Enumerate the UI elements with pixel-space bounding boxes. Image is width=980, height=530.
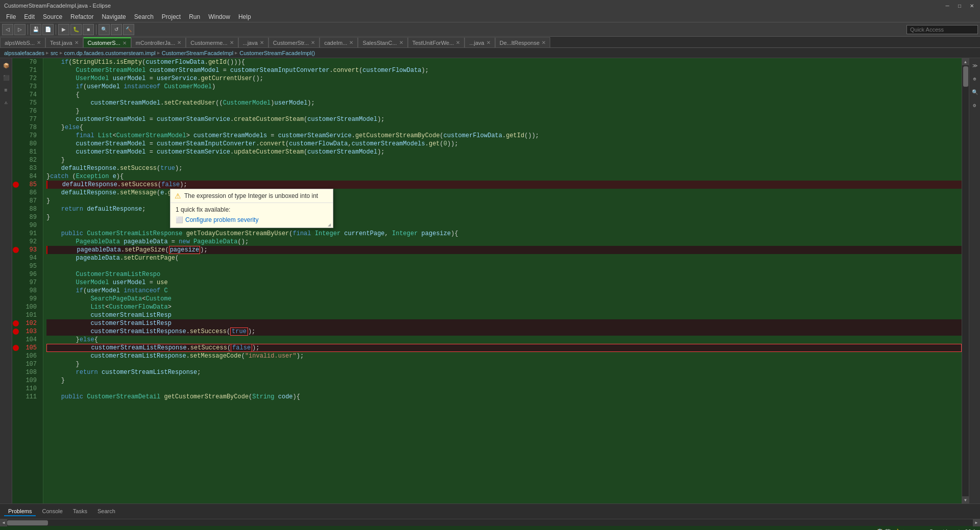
breadcrumb-part-1[interactable]: src (51, 50, 58, 56)
toolbar-back[interactable]: ◁ (2, 24, 13, 35)
right-sidebar-icon-3[interactable]: 🔍 (969, 87, 981, 98)
toolbar-sep1 (28, 24, 28, 35)
code-line-100: List<CustomerFlowData> (46, 303, 962, 311)
menu-refactor[interactable]: Refactor (66, 12, 97, 21)
gutter-85-err[interactable] (12, 181, 20, 189)
tab-2[interactable]: CustomerS... ✕ (83, 37, 131, 47)
menu-source[interactable]: Source (39, 12, 66, 21)
toolbar-stop[interactable]: ■ (83, 24, 94, 35)
toolbar-build[interactable]: 🔨 (123, 24, 134, 35)
code-line-108: return customerStreamListResponse; (46, 368, 962, 376)
tab-1[interactable]: Test.java ✕ (45, 37, 83, 47)
left-sidebar: 📦 ⬛ ≡ ⚠ (0, 58, 12, 503)
gutter-88 (12, 205, 20, 213)
code-line-101: customerStreamListResp (46, 311, 962, 319)
tab-6[interactable]: CustomerStr... ✕ (268, 37, 320, 47)
tab-bar: alpsWebS... ✕ Test.java ✕ CustomerS... ✕… (0, 37, 980, 48)
gutter-81 (12, 148, 20, 156)
horizontal-scrollbar[interactable]: ◀ ▶ (0, 519, 980, 526)
toolbar-run[interactable]: ▶ (58, 24, 69, 35)
breadcrumb-part-2[interactable]: com.dp.facades.customersteam.impl (64, 50, 156, 56)
status-icon-clipboard[interactable]: 📋 (876, 528, 884, 531)
tab-5[interactable]: ...java ✕ (238, 37, 268, 47)
menu-window[interactable]: Window (204, 12, 234, 21)
h-scroll-thumb[interactable] (7, 520, 48, 525)
menu-search[interactable]: Search (130, 12, 158, 21)
right-sidebar-icon-1[interactable]: ≫ (969, 60, 981, 71)
breadcrumb-part-4[interactable]: CustomerStreamFacadeImpl() (239, 50, 315, 56)
tab-0[interactable]: alpsWebS... ✕ (0, 37, 45, 47)
toolbar-save[interactable]: 💾 (30, 24, 41, 35)
sidebar-type-hierarchy[interactable]: ⬛ (1, 72, 12, 84)
tab-8[interactable]: SalesStanC... ✕ (358, 37, 407, 47)
status-icon-play[interactable]: ▶ (920, 528, 924, 531)
right-sidebar-icon-2[interactable]: ⊕ (969, 73, 981, 85)
linenum-94: 94 (20, 254, 40, 262)
quickfix-configure-severity[interactable]: ⬜ Configure problem severity (176, 215, 328, 224)
maximize-button[interactable]: □ (955, 2, 964, 10)
menu-edit[interactable]: Edit (20, 12, 39, 21)
code-line-104: }else{ (46, 336, 962, 344)
status-icon-moon[interactable]: 🌙 (892, 528, 899, 531)
bottom-tab-search[interactable]: Search (93, 507, 119, 516)
minimize-button[interactable]: ─ (943, 2, 951, 10)
code-line-84: }catch (Exception e){ (46, 172, 962, 181)
gutter-93-err[interactable] (12, 246, 20, 254)
scroll-up-arrow[interactable]: ▲ (962, 58, 969, 65)
bottom-tab-problems[interactable]: Problems (4, 507, 36, 516)
tab-3[interactable]: mControllerJa... ✕ (131, 37, 186, 47)
status-icon-lang[interactable]: 英 (885, 528, 891, 531)
scroll-right-arrow[interactable]: ▶ (973, 519, 980, 526)
close-button[interactable]: ✕ (968, 2, 976, 10)
gutter-103-err[interactable] (12, 327, 20, 336)
scroll-left-arrow[interactable]: ◀ (0, 519, 7, 526)
h-scroll-track[interactable] (7, 520, 973, 525)
bottom-tab-tasks[interactable]: Tasks (69, 507, 91, 516)
gutter-108 (12, 368, 20, 376)
vertical-scrollbar[interactable]: ▲ ▼ (962, 58, 969, 503)
status-icon-back[interactable]: ⬅ (908, 528, 913, 531)
toolbar-debug[interactable]: 🐛 (70, 24, 82, 35)
code-line-111: public CustomerStreamDetail getCustomerS… (46, 393, 962, 401)
right-sidebar-icon-4[interactable]: ⚙ (969, 100, 981, 111)
quick-access-input[interactable] (906, 25, 978, 34)
status-icon-dot[interactable]: ◉ (901, 528, 906, 531)
gutter-73 (12, 83, 20, 91)
menu-help[interactable]: Help (234, 12, 255, 21)
breadcrumb-part-3[interactable]: CustomerStreamFacadeImpl (162, 50, 234, 56)
code-line-106: customerStreamListResponse.setMessageCod… (46, 352, 962, 360)
toolbar-search[interactable]: 🔍 (99, 24, 110, 35)
toolbar-forward[interactable]: ▷ (14, 24, 26, 35)
tab-11[interactable]: De...ltResponse ✕ (495, 37, 550, 47)
gutter-98 (12, 287, 20, 295)
menu-navigate[interactable]: Navigate (97, 12, 130, 21)
linenum-70: 70 (20, 58, 40, 66)
code-line-103: customerStreamListResponse.setSuccess(tr… (46, 327, 962, 336)
menu-file[interactable]: File (2, 12, 20, 21)
code-editor[interactable]: if(StringUtils.isEmpty(customerFlowData.… (43, 58, 962, 503)
toolbar-ref[interactable]: ↺ (111, 24, 122, 35)
gutter-105-err[interactable] (12, 344, 20, 352)
bottom-tab-console[interactable]: Console (38, 507, 66, 516)
sidebar-package-explorer[interactable]: 📦 (1, 60, 12, 71)
code-line-70: if(StringUtils.isEmpty(customerFlowData.… (46, 58, 962, 66)
menu-run[interactable]: Run (185, 12, 204, 21)
scroll-down-arrow[interactable]: ▼ (962, 496, 969, 503)
gutter-74 (12, 91, 20, 99)
sidebar-problems[interactable]: ⚠ (1, 97, 12, 108)
sidebar-outline[interactable]: ≡ (1, 85, 12, 96)
quickfix-resize-handle[interactable]: ◢ (328, 222, 332, 226)
tab-10[interactable]: ...java ✕ (464, 37, 495, 47)
gutter-102-err[interactable] (12, 319, 20, 327)
bottom-panel: Problems Console Tasks Search (0, 503, 980, 519)
status-icon-fwd[interactable]: ➡ (914, 528, 919, 531)
menu-project[interactable]: Project (158, 12, 185, 21)
breadcrumb-part-0[interactable]: alpssalefacades (4, 50, 44, 56)
tab-4[interactable]: Customerme... ✕ (186, 37, 238, 47)
tab-7[interactable]: cadeIm... ✕ (320, 37, 358, 47)
code-line-75: customerStreamModel.setCreatedUser((Cust… (46, 99, 962, 107)
toolbar-new[interactable]: 📄 (42, 24, 54, 35)
tab-9[interactable]: TestUnitForWe... ✕ (408, 37, 465, 47)
scroll-thumb[interactable] (963, 66, 968, 87)
code-line-82: } (46, 156, 962, 164)
